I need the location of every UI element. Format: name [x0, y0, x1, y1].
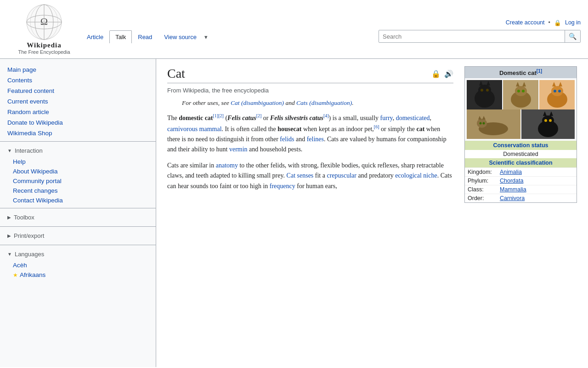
tab-view-source[interactable]: View source [158, 30, 203, 43]
svg-point-12 [486, 89, 489, 92]
infobox-value-kingdom[interactable]: Animalia [500, 169, 574, 175]
svg-point-24 [558, 90, 561, 92]
infobox: Domestic cat[1] [464, 66, 577, 203]
svg-marker-21 [552, 82, 556, 86]
tab-more-dropdown[interactable]: ▾ [203, 31, 209, 43]
search-button[interactable]: 🔍 [565, 30, 580, 42]
section-interaction-label: Interaction [15, 147, 43, 154]
infobox-title-ref: [1] [537, 69, 542, 74]
link-felines[interactable]: felines [307, 136, 324, 143]
section-interaction-header[interactable]: ▼ Interaction [0, 144, 156, 157]
infobox-value-class[interactable]: Mammalia [500, 186, 574, 193]
cat-silhouette-1 [471, 80, 498, 109]
link-felids[interactable]: felids [280, 136, 294, 143]
section-languages-arrow: ▼ [7, 252, 12, 257]
svg-point-20 [551, 86, 563, 96]
disambiguation-text: For other uses, see [182, 99, 229, 106]
cat-image-3 [539, 80, 575, 109]
infobox-title-text: Domestic cat [499, 69, 537, 76]
sidebar-item-contents[interactable]: Contents [0, 75, 156, 86]
section-print-header[interactable]: ▶ Print/export [0, 230, 156, 242]
svg-point-11 [481, 89, 483, 92]
sidebar-divider-4 [0, 245, 156, 245]
header-bottom: Article Talk Read View source ▾ 🔍 [81, 30, 581, 43]
sidebar-item-afrikaans-container: ★ Afrikaans [0, 270, 156, 280]
infobox-value-phylum[interactable]: Chordata [500, 178, 574, 184]
sidebar-divider-1 [0, 141, 156, 142]
sidebar-item-main-page[interactable]: Main page [0, 64, 156, 75]
create-account-link[interactable]: Create account [506, 19, 545, 26]
sidebar-item-contact[interactable]: Contact Wikipedia [0, 196, 156, 205]
cat-image-5 [521, 109, 575, 139]
svg-text:Ω: Ω [40, 16, 48, 27]
sidebar-item-recent[interactable]: Recent changes [0, 186, 156, 196]
ref-2[interactable]: [2] [218, 113, 224, 118]
ref-2b[interactable]: [2] [256, 113, 262, 118]
infobox-row-class: Class: Mammalia [465, 185, 577, 194]
ref-6[interactable]: [6] [374, 124, 379, 129]
disambiguation-connector: and [285, 99, 294, 106]
sidebar-item-current-events[interactable]: Current events [0, 96, 156, 107]
svg-marker-28 [482, 116, 486, 120]
sidebar-item-help[interactable]: Help [0, 157, 156, 167]
infobox-scientific-classification: Scientific classification [465, 158, 577, 167]
logo-text: Wikipedia [27, 41, 61, 49]
cat-image-2 [503, 80, 538, 109]
cat-image-4 [467, 109, 520, 139]
logo-area: Ω Wikipedia The Free Encyclopedia [7, 4, 81, 58]
infobox-label-class: Class: [468, 186, 500, 193]
infobox-row-order: Order: Carnivora [465, 194, 577, 202]
svg-marker-27 [478, 116, 481, 120]
ref-4[interactable]: [4] [323, 113, 329, 118]
sidebar-item-about[interactable]: About Wikipedia [0, 167, 156, 176]
section-toolbox-label: Toolbox [14, 214, 34, 221]
tab-read[interactable]: Read [132, 30, 158, 43]
svg-marker-33 [543, 111, 547, 116]
login-link[interactable]: Log in [565, 19, 581, 26]
sidebar-item-featured[interactable]: Featured content [0, 86, 156, 96]
link-furry[interactable]: furry [380, 115, 393, 121]
article-title-icons: 🔒 🔊 [431, 69, 453, 78]
disambiguation-link-1[interactable]: Cat (disambiguation) [231, 99, 284, 106]
search-input[interactable] [379, 31, 565, 42]
svg-point-29 [480, 122, 482, 125]
link-frequency[interactable]: frequency [270, 183, 295, 190]
link-vermin[interactable]: vermin [229, 146, 248, 153]
link-cat-senses[interactable]: Cat senses [287, 172, 314, 179]
cat-silhouette-5 [534, 109, 562, 139]
svg-point-26 [477, 119, 487, 128]
infobox-label-phylum: Phylum: [468, 178, 500, 184]
infobox-value-order[interactable]: Carnivora [500, 195, 574, 201]
infobox-row-kingdom: Kingdom: Animalia [465, 167, 577, 176]
link-anatomy[interactable]: anatomy [216, 162, 238, 169]
sidebar-item-aceh[interactable]: Acèh [0, 260, 156, 270]
article-title-text: Cat [167, 66, 185, 81]
svg-marker-15 [516, 82, 520, 86]
link-carnivorous-mammal[interactable]: carnivorous mammal [167, 126, 222, 132]
sidebar-item-random[interactable]: Random article [0, 107, 156, 117]
tab-talk[interactable]: Talk [109, 30, 132, 43]
svg-marker-10 [486, 81, 490, 86]
sidebar-divider-2 [0, 208, 156, 208]
link-crepuscular[interactable]: crepuscular [327, 172, 356, 179]
ref-1[interactable]: [1] [213, 113, 219, 118]
user-links-separator: • [548, 19, 550, 26]
infobox-title: Domestic cat[1] [465, 67, 577, 78]
section-print-label: Print/export [14, 232, 44, 239]
link-ecological-niche[interactable]: ecological niche [395, 172, 437, 179]
infobox-images-row2 [465, 109, 577, 141]
logo-tagline: The Free Encyclopedia [18, 49, 70, 55]
sidebar-item-shop[interactable]: Wikimedia Shop [0, 128, 156, 138]
infobox-row-phylum: Phylum: Chordata [465, 176, 577, 185]
section-toolbox-header[interactable]: ▶ Toolbox [0, 211, 156, 224]
tab-article[interactable]: Article [81, 30, 109, 43]
sidebar-item-community[interactable]: Community portal [0, 176, 156, 186]
sidebar-item-donate[interactable]: Donate to Wikipedia [0, 117, 156, 128]
audio-icon[interactable]: 🔊 [444, 69, 453, 78]
link-domesticated[interactable]: domesticated [396, 115, 430, 121]
sidebar-item-afrikaans[interactable]: Afrikaans [20, 271, 45, 278]
sidebar-divider-3 [0, 226, 156, 227]
svg-point-18 [522, 90, 525, 92]
disambiguation-link-2[interactable]: Cats (disambiguation) [296, 99, 352, 106]
section-languages-header[interactable]: ▼ Languages [0, 248, 156, 260]
